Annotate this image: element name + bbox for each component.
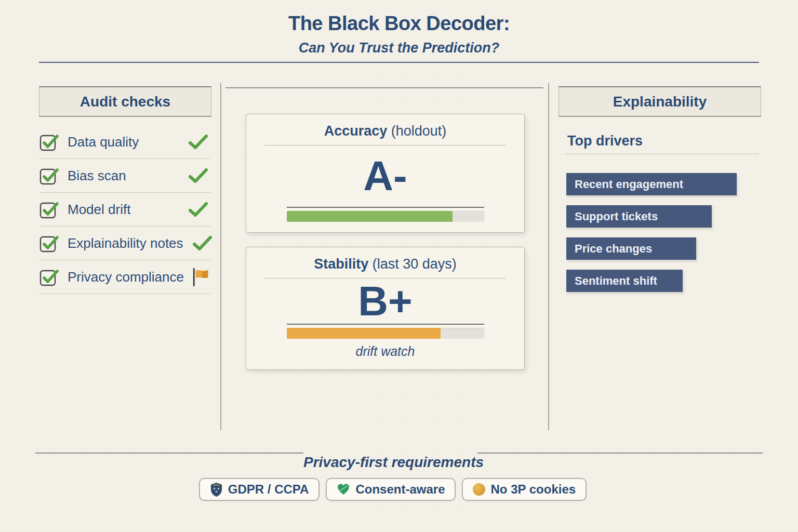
page-title: The Black Box Decoder: — [0, 12, 798, 35]
pass-check-icon — [185, 201, 210, 218]
grade-zone: A- — [363, 145, 407, 207]
progress-fill — [287, 328, 441, 339]
pass-check-icon — [185, 133, 210, 151]
audit-checks-header: Audit checks — [39, 86, 211, 117]
badge-no-3p-cookies: No 3P cookies — [462, 478, 587, 501]
column-divider-right — [548, 83, 549, 430]
page-subtitle: Can You Trust the Prediction? — [0, 40, 798, 56]
shield-icon — [210, 482, 223, 497]
driver-bar-price-changes: Price changes — [566, 237, 696, 260]
audit-checklist: Data quality Bias scan Model drift — [39, 125, 210, 294]
stability-scorecard: Stability (last 30 days) B+ drift watch — [246, 247, 525, 370]
explainability-header: Explainability — [558, 86, 761, 117]
pass-check-icon — [191, 234, 213, 252]
checkbox-checked-icon[interactable] — [39, 165, 60, 186]
progress-track — [287, 211, 484, 222]
metric-name: Accuracy — [324, 123, 388, 139]
driver-bar-recent-engagement: Recent engagement — [566, 173, 737, 195]
infographic-canvas: The Black Box Decoder: Can You Trust the… — [0, 0, 798, 532]
stability-progress — [287, 324, 484, 339]
progress-fill — [287, 211, 453, 222]
circle-icon — [473, 483, 485, 496]
audit-item-label: Explainability notes — [68, 235, 183, 251]
checkbox-checked-icon[interactable] — [39, 199, 60, 220]
checkbox-checked-icon[interactable] — [39, 267, 60, 287]
checkbox-checked-icon[interactable] — [39, 233, 60, 254]
driver-label: Recent engagement — [575, 178, 683, 191]
accuracy-progress — [287, 207, 484, 222]
top-drivers-underline — [565, 154, 759, 154]
badge-gdpr-ccpa: GDPR / CCPA — [199, 478, 320, 501]
driver-bar-sentiment-shift: Sentiment shift — [566, 270, 683, 292]
badge-label: Consent-aware — [355, 482, 445, 497]
audit-row-data-quality: Data quality — [39, 125, 210, 159]
audit-item-label: Bias scan — [68, 168, 178, 184]
metric-qualifier: (holdout) — [391, 123, 447, 139]
badge-label: GDPR / CCPA — [228, 482, 309, 497]
audit-row-privacy-compliance: Privacy compliance — [39, 260, 210, 294]
badge-consent-aware: Consent-aware — [326, 478, 456, 501]
driver-bar-support-tickets: Support tickets — [566, 205, 712, 228]
accuracy-card-title: Accuracy (holdout) — [324, 123, 447, 139]
top-drivers-heading: Top drivers — [567, 133, 643, 149]
stability-grade: B+ — [358, 281, 413, 322]
privacy-badges: GDPR / CCPA Consent-aware No 3P cookies — [0, 478, 786, 501]
top-drivers-chart: Recent engagement Support tickets Price … — [566, 173, 760, 302]
progress-track — [287, 328, 484, 339]
driver-label: Sentiment shift — [575, 274, 657, 288]
audit-row-explainability-notes: Explainability notes — [39, 227, 210, 260]
grade-zone: B+ — [358, 278, 413, 324]
audit-row-model-drift: Model drift — [39, 193, 210, 227]
flag-icon — [192, 266, 211, 288]
accuracy-scorecard: Accuracy (holdout) A- — [246, 114, 525, 233]
privacy-rule-right — [477, 453, 763, 454]
heart-icon — [337, 483, 350, 496]
header-divider — [39, 62, 759, 63]
privacy-rule-left — [35, 453, 303, 454]
privacy-requirements-title: Privacy-first requirements — [303, 454, 477, 471]
driver-label: Support tickets — [575, 210, 658, 223]
audit-item-label: Privacy compliance — [68, 269, 184, 285]
driver-label: Price changes — [575, 242, 652, 256]
audit-item-label: Data quality — [68, 134, 178, 150]
accuracy-grade: A- — [363, 155, 407, 197]
audit-item-label: Model drift — [68, 202, 178, 218]
middle-column-top-rule — [225, 87, 543, 88]
metric-name: Stability — [314, 256, 368, 272]
drift-watch-note: drift watch — [356, 344, 415, 359]
audit-row-bias-scan: Bias scan — [39, 159, 210, 193]
metric-qualifier: (last 30 days) — [373, 256, 457, 272]
stability-card-title: Stability (last 30 days) — [314, 256, 457, 272]
badge-label: No 3P cookies — [490, 482, 576, 497]
column-divider-left — [220, 83, 221, 430]
pass-check-icon — [185, 167, 210, 184]
checkbox-checked-icon[interactable] — [39, 131, 60, 152]
